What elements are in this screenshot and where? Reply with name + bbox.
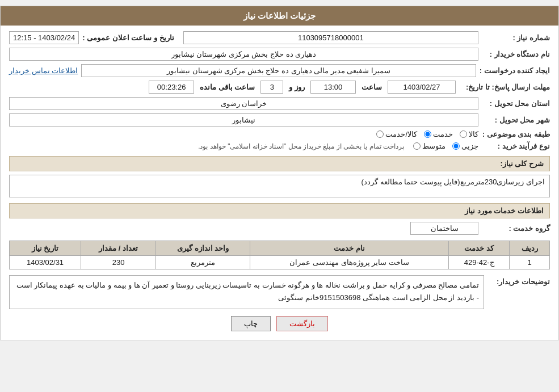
col-unit: واحد اندازه گیری xyxy=(156,241,250,256)
requester-label: ایجاد کننده درخواست : xyxy=(480,66,550,75)
buyer-notes-label: توضیحات خریدار: xyxy=(487,277,550,286)
col-date: تاریخ نیاز xyxy=(10,241,81,256)
row-buyer-notes: توضیحات خریدار: تمامی مصالح مصرفی و کرای… xyxy=(9,275,550,309)
category-radio-group: کالا/خدمت خدمت کالا xyxy=(376,130,478,138)
city-value: نیشابور xyxy=(9,113,478,127)
back-button[interactable]: بازگشت xyxy=(276,316,328,331)
radio-khedmat[interactable]: خدمت xyxy=(424,130,453,138)
deadline-time-label: ساعت xyxy=(362,83,382,91)
reply-deadline-label: مهلت ارسال پاسخ: تا تاریخ: xyxy=(459,83,550,91)
announce-date-value: 1403/02/24 - 12:15 xyxy=(9,31,79,44)
need-number-label: شماره نیاز : xyxy=(482,33,550,42)
buyer-notes-value: تمامی مصالح مصرفی و کرایه حمل و براشت نخ… xyxy=(9,275,484,309)
page-header: جزئیات اطلاعات نیاز xyxy=(1,6,558,26)
row-requester: ایجاد کننده درخواست : سمیرا شفیعی مدیر م… xyxy=(9,64,550,77)
buyer-org-value: دهیاری ده حلاج بخش مرکزی شهرستان نیشابور xyxy=(9,48,478,61)
services-table-section: ردیف کد خدمت نام خدمت واحد اندازه گیری ت… xyxy=(9,241,550,269)
content-area: شماره نیاز : 1103095718000001 تاریخ و سا… xyxy=(1,26,558,340)
buyer-org-label: نام دستگاه خریدار : xyxy=(482,50,550,58)
row-city: شهر محل تحویل : نیشابور xyxy=(9,113,550,127)
table-row: 1 ج-42-429 ساخت سایر پروژه‌های مهندسی عم… xyxy=(10,256,550,269)
cell-unit: مترمربع xyxy=(156,256,250,269)
deadline-days-label: روز و xyxy=(289,83,305,91)
cell-date: 1403/02/31 xyxy=(10,256,81,269)
page-title: جزئیات اطلاعات نیاز xyxy=(243,11,316,20)
description-section-header: شرح کلی نیاز: xyxy=(9,156,550,171)
radio-motavaset[interactable]: متوسط xyxy=(413,142,445,150)
service-section-title: اطلاعات خدمات مورد نیاز xyxy=(465,206,544,215)
row-need-number: شماره نیاز : 1103095718000001 تاریخ و سا… xyxy=(9,31,550,44)
deadline-days-value: 3 xyxy=(260,81,283,94)
cell-quantity: 230 xyxy=(81,256,156,269)
cell-service-name: ساخت سایر پروژه‌های مهندسی عمران xyxy=(250,256,449,269)
remaining-label: ساعت باقی مانده xyxy=(200,83,255,91)
procedure-label: نوع فرآیند خرید : xyxy=(482,142,550,150)
service-group-value: ساختمان xyxy=(410,222,478,235)
announce-date-label: تاریخ و ساعت اعلان عمومی : xyxy=(82,33,174,42)
col-service-code: کد خدمت xyxy=(448,241,509,256)
col-service-name: نام خدمت xyxy=(250,241,449,256)
row-buyer-org: نام دستگاه خریدار : دهیاری ده حلاج بخش م… xyxy=(9,48,550,61)
row-deadline: مهلت ارسال پاسخ: تا تاریخ: 1403/02/27 سا… xyxy=(9,81,550,94)
requester-value: سمیرا شفیعی مدیر مالی دهیاری ده حلاج بخش… xyxy=(81,64,476,77)
category-label: طبقه بندی موضوعی : xyxy=(482,130,550,138)
description-label: شرح کلی نیاز: xyxy=(500,159,544,168)
remaining-time-value: 00:23:26 xyxy=(149,81,194,94)
description-area: اجرای زیرسازی230مترمربع(فایل پیوست حتما … xyxy=(9,175,550,197)
service-group-label: گروه خدمت : xyxy=(482,224,550,233)
row-province: استان محل تحویل : خراسان رضوی xyxy=(9,97,550,110)
services-table: ردیف کد خدمت نام خدمت واحد اندازه گیری ت… xyxy=(9,241,550,269)
deadline-time-value: 13:00 xyxy=(310,81,356,94)
province-value: خراسان رضوی xyxy=(9,97,478,110)
radio-jozii[interactable]: جزیی xyxy=(452,142,478,150)
row-procedure: نوع فرآیند خرید : متوسط جزیی پرداخت تمام… xyxy=(9,142,550,150)
service-section-header: اطلاعات خدمات مورد نیاز xyxy=(9,203,550,218)
deadline-date-value: 1403/02/27 xyxy=(388,81,456,94)
col-quantity: تعداد / مقدار xyxy=(81,241,156,256)
contact-link[interactable]: اطلاعات تماس خریدار xyxy=(9,66,78,75)
row-category: طبقه بندی موضوعی : کالا/خدمت خدمت کالا xyxy=(9,130,550,138)
radio-kala-khedmat[interactable]: کالا/خدمت xyxy=(376,130,417,138)
province-label: استان محل تحویل : xyxy=(482,99,550,108)
need-number-value: 1103095718000001 xyxy=(183,31,478,44)
page-wrapper: جزئیات اطلاعات نیاز شماره نیاز : 1103095… xyxy=(0,6,559,340)
col-row-num: ردیف xyxy=(510,241,550,256)
button-row: بازگشت چاپ xyxy=(9,316,550,331)
procedure-note: پرداخت تمام یا بخشی از مبلغ خریداز محل "… xyxy=(198,142,404,150)
radio-kala[interactable]: کالا xyxy=(460,130,478,138)
cell-service-code: ج-42-429 xyxy=(448,256,509,269)
print-button[interactable]: چاپ xyxy=(231,316,271,331)
description-value: اجرای زیرسازی230مترمربع(فایل پیوست حتما … xyxy=(9,175,550,197)
procedure-radio-group: متوسط جزیی xyxy=(413,142,478,150)
row-service-group: گروه خدمت : ساختمان xyxy=(9,222,550,235)
cell-row-num: 1 xyxy=(510,256,550,269)
city-label: شهر محل تحویل : xyxy=(482,116,550,124)
